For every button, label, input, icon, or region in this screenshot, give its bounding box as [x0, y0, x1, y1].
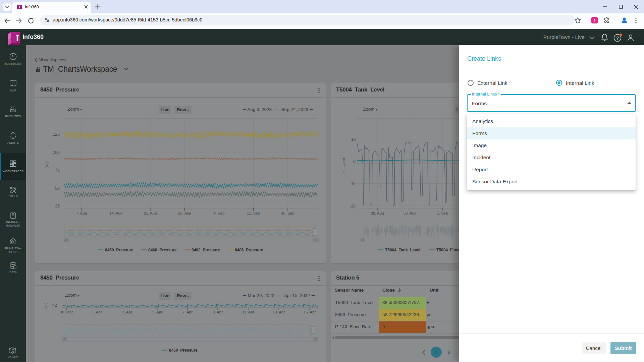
- svg-text:?: ?: [616, 36, 619, 41]
- svg-text:I: I: [16, 33, 19, 43]
